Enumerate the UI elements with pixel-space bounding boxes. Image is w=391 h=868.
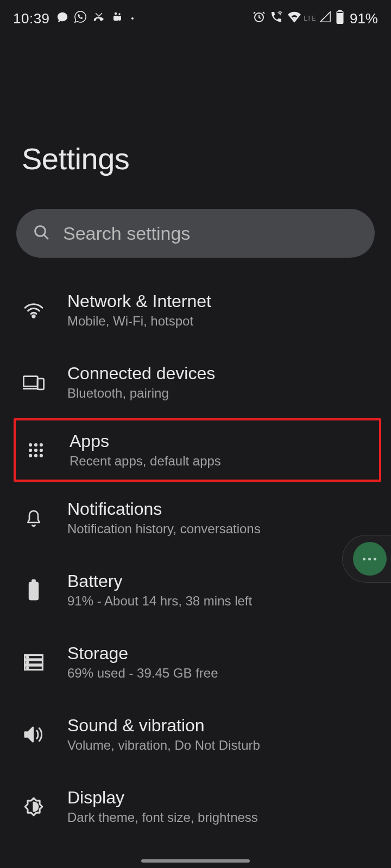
setting-subtitle: Bluetooth, pairing <box>67 386 369 401</box>
signal-icon <box>319 11 331 26</box>
alarm-icon <box>253 10 266 27</box>
bell-icon <box>22 506 46 530</box>
svg-point-0 <box>114 12 116 14</box>
svg-rect-9 <box>23 376 37 386</box>
apps-grid-icon <box>24 438 48 462</box>
setting-subtitle: Dark theme, font size, brightness <box>67 810 369 825</box>
setting-display[interactable]: Display Dark theme, font size, brightnes… <box>0 770 391 843</box>
setting-subtitle: 69% used - 39.45 GB free <box>67 666 369 681</box>
svg-point-27 <box>27 667 28 668</box>
teams-icon <box>111 10 124 27</box>
volume-icon <box>22 723 46 746</box>
setting-storage[interactable]: Storage 69% used - 39.45 GB free <box>0 626 391 698</box>
setting-title: Sound & vibration <box>67 716 369 736</box>
whatsapp-icon <box>74 10 87 27</box>
svg-point-14 <box>29 448 32 451</box>
missed-call-icon <box>92 10 105 27</box>
apps-highlight: Apps Recent apps, default apps <box>14 418 381 482</box>
setting-battery[interactable]: Battery 91% - About 14 hrs, 38 mins left <box>0 554 391 626</box>
setting-sound-vibration[interactable]: Sound & vibration Volume, vibration, Do … <box>0 698 391 770</box>
svg-point-1 <box>118 13 120 15</box>
svg-point-15 <box>34 448 37 451</box>
setting-subtitle: 91% - About 14 hrs, 38 mins left <box>67 593 369 609</box>
setting-title: Notifications <box>67 499 369 519</box>
svg-rect-20 <box>29 582 39 600</box>
setting-subtitle: Volume, vibration, Do Not Disturb <box>67 738 369 753</box>
nav-indicator[interactable] <box>141 859 250 863</box>
svg-point-16 <box>40 448 43 451</box>
svg-point-18 <box>34 454 37 457</box>
battery-icon <box>336 10 344 27</box>
setting-subtitle: Mobile, Wi-Fi, hotspot <box>67 314 369 329</box>
brightness-icon <box>22 795 46 819</box>
svg-rect-2 <box>113 16 119 21</box>
chat-bubble-icon <box>56 10 68 27</box>
svg-point-19 <box>40 454 43 457</box>
search-placeholder: Search settings <box>63 223 190 244</box>
setting-title: Network & Internet <box>67 291 369 311</box>
svg-point-12 <box>34 443 37 446</box>
storage-icon <box>22 650 46 674</box>
svg-rect-21 <box>31 579 36 583</box>
setting-title: Apps <box>70 431 371 451</box>
setting-subtitle: Notification history, conversations <box>67 521 369 537</box>
setting-subtitle: Recent apps, default apps <box>70 454 371 469</box>
svg-point-11 <box>29 443 32 446</box>
svg-point-13 <box>40 443 43 446</box>
status-bar: 10:39 • LTE <box>0 0 391 33</box>
devices-icon <box>22 371 46 394</box>
setting-apps[interactable]: Apps Recent apps, default apps <box>16 420 379 480</box>
setting-notifications[interactable]: Notifications Notification history, conv… <box>0 482 391 554</box>
setting-title: Display <box>67 788 369 808</box>
battery-icon <box>22 578 46 602</box>
lte-label: LTE <box>304 15 316 22</box>
more-horizontal-icon <box>353 542 387 576</box>
battery-percent: 91% <box>350 10 378 27</box>
setting-title: Connected devices <box>67 363 369 384</box>
svg-rect-6 <box>337 12 343 13</box>
setting-title: Battery <box>67 571 369 591</box>
svg-point-17 <box>29 454 32 457</box>
phone-wifi-calling-icon <box>270 10 283 27</box>
more-dot-icon: • <box>131 14 134 23</box>
setting-title: Storage <box>67 643 369 663</box>
settings-list: Network & Internet Mobile, Wi-Fi, hotspo… <box>0 258 391 843</box>
search-icon <box>33 224 50 243</box>
svg-rect-10 <box>37 378 43 389</box>
svg-rect-5 <box>338 10 342 11</box>
svg-point-26 <box>27 661 28 662</box>
setting-connected-devices[interactable]: Connected devices Bluetooth, pairing <box>0 346 391 418</box>
page-title: Settings <box>0 33 391 209</box>
svg-point-8 <box>33 315 35 317</box>
search-settings[interactable]: Search settings <box>16 209 375 258</box>
setting-network-internet[interactable]: Network & Internet Mobile, Wi-Fi, hotspo… <box>0 274 391 346</box>
assistant-fab[interactable] <box>342 535 391 583</box>
wifi-icon <box>22 298 46 322</box>
wifi-icon <box>287 11 301 26</box>
status-time: 10:39 <box>13 10 50 27</box>
svg-point-25 <box>27 656 28 658</box>
